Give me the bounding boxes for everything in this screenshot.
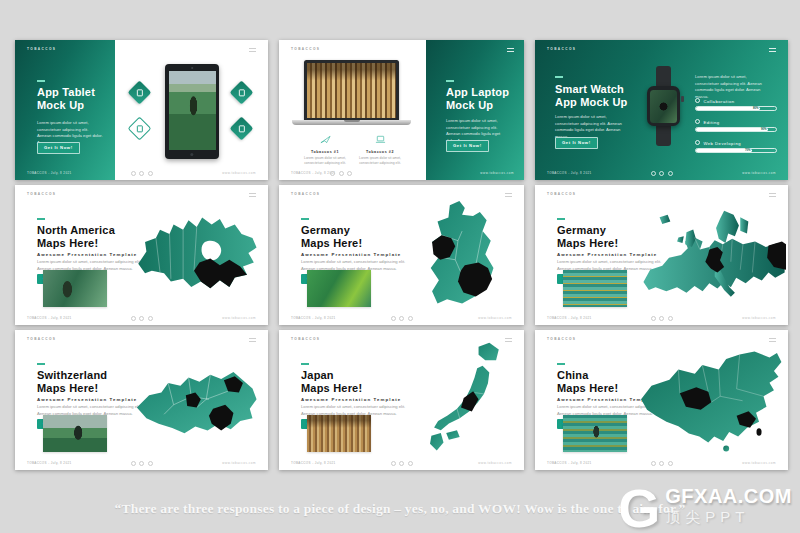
tablet-camera <box>191 67 193 69</box>
website-url: www.tobaccos.com <box>222 171 256 175</box>
hamburger-icon[interactable] <box>769 338 776 342</box>
hamburger-icon[interactable] <box>249 193 256 197</box>
laptop-mockup <box>304 60 399 120</box>
carousel-dots[interactable] <box>131 316 153 321</box>
get-it-now-button[interactable]: Get It Now! <box>446 140 489 152</box>
watch-screen-photo <box>650 90 677 123</box>
carousel-dots[interactable] <box>651 461 673 466</box>
title-line-1: Swithzerland <box>37 369 107 381</box>
carousel-dots[interactable] <box>391 461 413 466</box>
progress-percent: 90% <box>761 127 767 131</box>
hamburger-icon[interactable] <box>505 193 512 197</box>
hamburger-icon[interactable] <box>249 338 256 342</box>
slide-deck: TOBACCOS App Tablet Mock Up Lorem ipsum … <box>15 40 788 470</box>
hamburger-icon[interactable] <box>507 48 514 52</box>
watch-strap-top <box>656 66 671 88</box>
watch-strap-bottom <box>656 124 671 146</box>
slide-title: Swithzerland Maps Here! <box>37 369 107 395</box>
slide-map-north-america[interactable]: TOBACCOS North America Maps Here! Awesom… <box>15 185 268 325</box>
hamburger-icon[interactable] <box>769 48 776 52</box>
carousel-dots[interactable] <box>330 171 352 176</box>
green-panel: TOBACCOS App Tablet Mock Up Lorem ipsum … <box>15 40 115 180</box>
feature-diamond-chart-icon[interactable] <box>229 80 253 104</box>
feature-diamond-mobile-icon[interactable] <box>127 80 151 104</box>
slide-app-tablet[interactable]: TOBACCOS App Tablet Mock Up Lorem ipsum … <box>15 40 268 180</box>
slide-title: North America Maps Here! <box>37 224 115 250</box>
title-line-2: Maps Here! <box>301 382 362 394</box>
brand-logo: TOBACCOS <box>27 337 56 341</box>
footer-date: TOBACCOS - July, 8 2021 <box>27 171 72 175</box>
laptop-base <box>292 120 411 125</box>
ireland <box>677 236 684 243</box>
subtitle: Awesome Presentation Template <box>37 252 137 257</box>
progress-percent: 80% <box>753 106 759 110</box>
feature-label: Tobaccos #2 <box>351 150 409 154</box>
progress-track: 70% <box>695 148 777 153</box>
photo-thumbnail <box>307 415 371 452</box>
get-it-now-button[interactable]: Get It Now! <box>555 137 598 149</box>
skill-label: Web Developing <box>695 140 777 146</box>
footer-date: TOBACCOS - July, 8 2021 <box>27 316 72 320</box>
carousel-dots[interactable] <box>391 316 413 321</box>
intro-text: Lorem ipsum dolor sit amet, consectetuer… <box>695 74 771 100</box>
accent-dash <box>37 80 45 82</box>
slide-map-china[interactable]: TOBACCOS China Maps Here! Awesome Presen… <box>535 330 788 470</box>
website-url: www.tobaccos.com <box>480 171 514 175</box>
title-line-1: App Tablet <box>37 86 95 98</box>
title-line-1: App Laptop <box>446 86 509 98</box>
watermark: G GFXAA.COM 顶尖PPT <box>618 484 792 533</box>
slide-smart-watch[interactable]: TOBACCOS Smart Watch App Mock Up Lorem i… <box>535 40 788 180</box>
accent-dash <box>557 363 565 365</box>
mobile-icon <box>137 89 143 96</box>
scandinavia <box>716 211 739 243</box>
feature-diamond-eye-icon[interactable] <box>229 116 253 140</box>
slide-map-europe[interactable]: TOBACCOS Germany Maps Here! Awesome Pres… <box>535 185 788 325</box>
website-url: www.tobaccos.com <box>478 461 512 465</box>
map-area <box>410 197 506 313</box>
progress-track: 80% <box>695 106 777 111</box>
carousel-dots[interactable] <box>651 316 673 321</box>
map-land <box>641 351 781 442</box>
website-url: www.tobaccos.com <box>742 316 776 320</box>
photo-thumbnail <box>43 415 107 452</box>
carousel-dots[interactable] <box>651 171 673 176</box>
subtitle: Awesome Presentation Template <box>301 397 401 402</box>
honshu <box>434 366 489 431</box>
slide-title: Smart Watch App Mock Up <box>555 83 627 109</box>
shikoku <box>446 430 459 439</box>
slide-app-laptop[interactable]: TOBACCOS Tobaccos #1 Lorem ipsum dolor s… <box>279 40 524 180</box>
brand-logo: TOBACCOS <box>547 192 576 196</box>
title-line-2: Maps Here! <box>37 237 98 249</box>
china-map <box>630 344 788 456</box>
title-line-1: Smart Watch <box>555 83 624 95</box>
feature-item-1: Tobaccos #1 Lorem ipsum dolor sit amet, … <box>296 132 354 166</box>
accent-dash <box>301 218 309 220</box>
finland <box>740 217 748 233</box>
carousel-dots[interactable] <box>131 461 153 466</box>
chart-icon <box>239 89 245 96</box>
slide-map-germany[interactable]: TOBACCOS Germany Maps Here! Awesome Pres… <box>279 185 524 325</box>
footer-date: TOBACCOS - July, 8 2021 <box>27 461 72 465</box>
title-line-1: Japan <box>301 369 334 381</box>
title-line-2: App Mock Up <box>555 96 627 108</box>
watch-mockup <box>647 86 680 126</box>
footer-date: TOBACCOS - July, 8 2021 <box>291 461 336 465</box>
brand-logo: TOBACCOS <box>27 47 56 51</box>
slide-map-japan[interactable]: TOBACCOS Japan Maps Here! Awesome Presen… <box>279 330 524 470</box>
watermark-tagline: 顶尖PPT <box>665 508 792 527</box>
title-line-2: Mock Up <box>37 99 84 111</box>
title-line-1: Germany <box>557 224 606 236</box>
feature-text: Lorem ipsum dolor sit amet, consectetuer… <box>351 156 409 166</box>
watermark-site: GFXAA.COM <box>665 485 792 508</box>
feature-diamond-document-icon[interactable] <box>127 116 151 140</box>
germany-map <box>410 197 506 313</box>
slide-map-switzerland[interactable]: TOBACCOS Swithzerland Maps Here! Awesome… <box>15 330 268 470</box>
brand-logo: TOBACCOS <box>291 47 320 51</box>
get-it-now-button[interactable]: Get It Now! <box>37 142 80 154</box>
accent-dash <box>557 218 565 220</box>
japan-map <box>404 336 514 464</box>
hamburger-icon[interactable] <box>249 48 256 52</box>
subtitle: Awesome Presentation Template <box>37 397 137 402</box>
carousel-dots[interactable] <box>131 171 153 176</box>
photo-thumbnail <box>563 415 627 452</box>
